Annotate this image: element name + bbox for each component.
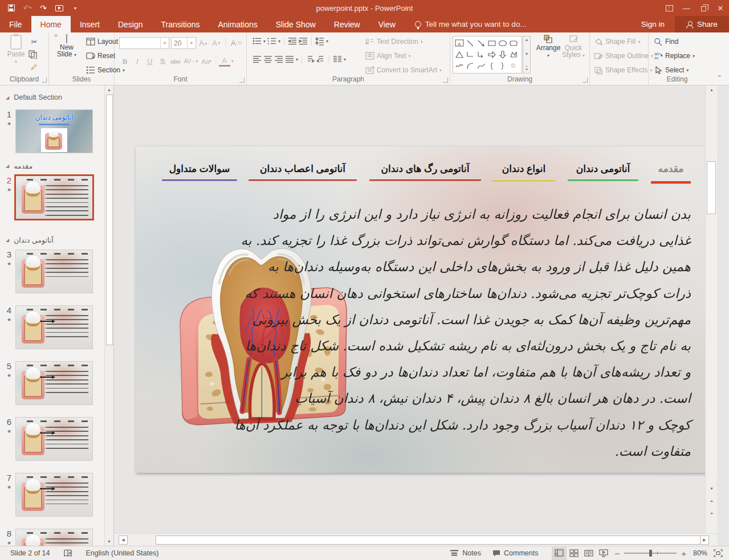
section-header-moghadame[interactable]: ◢ مقدمه <box>6 161 32 171</box>
zoom-in-button[interactable]: + <box>681 549 686 558</box>
convert-smartart-button[interactable]: Convert to SmartArt▾ <box>364 64 443 76</box>
next-slide-icon[interactable]: ⏷ <box>707 509 716 518</box>
section-header-anatomy[interactable]: ◢ آناتومی دندان <box>6 235 54 245</box>
align-center-icon[interactable] <box>263 55 272 64</box>
slide-nav-asab-dandan[interactable]: آناتومی اعصاب دندان <box>249 156 357 185</box>
slide-nav-moghadame[interactable]: مقدمه <box>651 156 691 185</box>
strikethrough-icon[interactable]: abc <box>169 55 182 67</box>
clear-formatting-icon[interactable]: A⌫ <box>230 37 243 49</box>
shape-triangle-icon[interactable] <box>454 48 465 60</box>
section-header-default[interactable]: ◢ Default Section <box>6 92 62 103</box>
slide-nav-anatomy-dandan[interactable]: آناتومی دندان <box>568 156 638 185</box>
columns-icon[interactable] <box>333 55 342 64</box>
redo-icon[interactable]: ↷ <box>36 2 50 14</box>
zoom-slider[interactable] <box>624 553 677 554</box>
start-from-beginning-icon[interactable] <box>52 2 66 14</box>
ltr-direction-icon[interactable] <box>306 55 315 64</box>
tab-file[interactable]: File <box>0 16 31 32</box>
shape-left-brace-icon[interactable]: { <box>486 60 497 71</box>
previous-slide-icon[interactable]: ⏶ <box>707 497 716 505</box>
shape-arc-icon[interactable] <box>465 60 475 71</box>
align-right-icon[interactable] <box>274 55 283 64</box>
close-icon[interactable]: ✕ <box>712 0 729 16</box>
shape-elbow-arrow-icon[interactable] <box>475 48 486 60</box>
italic-icon[interactable]: I <box>132 55 143 67</box>
shape-right-arrow-icon[interactable] <box>486 48 497 60</box>
shape-fill-button[interactable]: Shape Fill▾ <box>592 35 655 48</box>
font-size-combobox[interactable]: 20▾ <box>171 37 196 49</box>
slide-number-indicator[interactable]: Slide 2 of 14 <box>0 546 56 560</box>
paragraph-dialog-launcher[interactable] <box>443 77 448 83</box>
bullets-icon[interactable] <box>252 37 262 46</box>
character-spacing-icon[interactable]: AV↔▾ <box>183 55 199 67</box>
zoom-slider-thumb[interactable] <box>649 550 652 557</box>
reading-view-button[interactable] <box>581 547 596 560</box>
scroll-down-icon[interactable]: ▼ <box>707 484 716 493</box>
new-slide-button[interactable]: ✶ New Slide ▾ <box>52 35 82 75</box>
scroll-up-icon[interactable]: ▲ <box>707 85 716 94</box>
slide-thumbnail-5[interactable]: 5★ <box>0 361 105 406</box>
scroll-right-icon[interactable]: ▶ <box>700 536 709 545</box>
tab-review[interactable]: Review <box>325 16 369 32</box>
tab-view[interactable]: View <box>369 16 405 32</box>
thumbnail-panel-scrollbar[interactable]: ▲ ▼ <box>104 85 113 546</box>
shape-star-icon[interactable]: ☆ <box>508 60 519 71</box>
shape-rounded-rectangle-icon[interactable] <box>508 37 519 48</box>
slide-2[interactable]: مقدمه آناتومی دندان انواع دندان آناتومی … <box>136 146 714 473</box>
drawing-dialog-launcher[interactable] <box>583 77 588 83</box>
shapes-gallery-scrollbar[interactable]: ▲▼▾ <box>523 36 531 73</box>
tell-me-box[interactable]: Tell me what you want to do... <box>415 16 527 32</box>
cut-icon[interactable]: ✂ <box>28 36 40 48</box>
line-spacing-icon[interactable] <box>315 37 324 46</box>
font-name-combobox[interactable]: ▾ <box>119 37 169 49</box>
shape-freeform-icon[interactable] <box>508 48 519 60</box>
decrease-indent-icon[interactable] <box>288 37 297 46</box>
justify-icon[interactable] <box>285 55 294 64</box>
quick-styles-button[interactable]: Quick Styles ▾ <box>559 35 588 75</box>
select-button[interactable]: Select▾ <box>652 64 697 76</box>
scroll-left-icon[interactable]: ◀ <box>119 536 128 545</box>
spell-check-icon[interactable] <box>56 546 80 560</box>
tab-design[interactable]: Design <box>109 16 152 32</box>
slide-thumbnail-4[interactable]: 4★ <box>0 305 105 350</box>
tab-home[interactable]: Home <box>31 16 71 32</box>
shape-down-arrow-icon[interactable] <box>497 48 508 60</box>
shapes-gallery[interactable]: A { } ☆ <box>453 36 522 73</box>
tab-animations[interactable]: Animations <box>209 16 266 32</box>
rtl-direction-icon[interactable] <box>316 55 325 64</box>
align-left-icon[interactable] <box>252 55 262 64</box>
tab-transitions[interactable]: Transitions <box>152 16 209 32</box>
scroll-up-icon[interactable]: ▲ <box>105 85 113 94</box>
customize-qat-icon[interactable]: ▾ <box>68 2 82 14</box>
bold-icon[interactable]: B <box>119 55 131 67</box>
undo-icon[interactable]: ↶▾ <box>21 2 34 14</box>
shape-arrow-icon[interactable] <box>475 37 486 48</box>
align-text-button[interactable]: Align Text▾ <box>364 50 443 62</box>
minimize-icon[interactable]: — <box>678 0 695 16</box>
font-color-icon[interactable]: A <box>219 56 230 67</box>
share-button[interactable]: Share <box>675 16 729 32</box>
shape-right-brace-icon[interactable]: } <box>497 60 508 71</box>
shape-line-icon[interactable] <box>465 37 475 48</box>
slide-nav-rag-dandan[interactable]: آناتومی رگ های دندان <box>369 156 481 185</box>
comments-button[interactable]: Comments <box>487 546 544 560</box>
numbering-icon[interactable] <box>267 37 276 46</box>
paste-button[interactable]: Paste▾ <box>1 35 31 75</box>
ribbon-display-options-icon[interactable] <box>661 0 678 16</box>
underline-icon[interactable]: U <box>144 55 156 67</box>
tab-slideshow[interactable]: Slide Show <box>267 16 325 32</box>
shape-curve-icon[interactable] <box>475 60 486 71</box>
slide-thumbnail-8[interactable]: 8★ <box>0 529 105 546</box>
notes-button[interactable]: Notes <box>444 546 487 560</box>
replace-button[interactable]: abacReplace▾ <box>652 50 697 62</box>
fit-slide-to-window-button[interactable] <box>711 547 726 560</box>
change-case-icon[interactable]: Aa▾ <box>200 55 212 67</box>
format-painter-icon[interactable]: 🖉 <box>28 61 40 73</box>
shape-textbox-icon[interactable]: A <box>454 37 465 48</box>
shape-scribble-icon[interactable] <box>454 60 465 71</box>
collapse-ribbon-icon[interactable]: ⌃ <box>717 74 722 81</box>
slide-nav-anva-dandan[interactable]: انواع دندان <box>492 156 555 185</box>
copy-icon[interactable] <box>28 50 40 59</box>
slide-thumbnail-6[interactable]: 6★ <box>0 417 105 461</box>
shape-rectangle-icon[interactable] <box>486 37 497 48</box>
